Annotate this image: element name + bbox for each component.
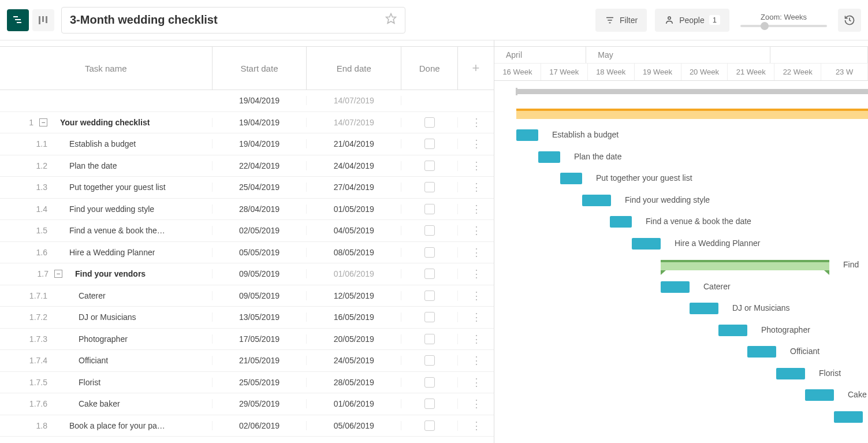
start-date[interactable]: 25/04/2019 — [213, 183, 307, 192]
row-more-button[interactable]: ⋮ — [458, 116, 494, 129]
start-date[interactable]: 25/05/2019 — [213, 378, 307, 387]
end-date[interactable]: 24/05/2019 — [307, 356, 401, 365]
gantt-bar[interactable] — [582, 195, 611, 206]
gantt-bar[interactable] — [661, 281, 690, 293]
end-date[interactable]: 27/04/2019 — [307, 183, 401, 192]
end-date[interactable]: 24/04/2019 — [307, 161, 401, 170]
end-date[interactable]: 04/05/2019 — [307, 226, 401, 235]
done-checkbox[interactable] — [424, 225, 435, 236]
end-date[interactable]: 05/06/2019 — [307, 421, 401, 430]
zoom-control[interactable]: Zoom: Weeks — [737, 13, 830, 27]
done-checkbox[interactable] — [424, 355, 435, 366]
star-icon[interactable] — [385, 13, 397, 27]
add-column-button[interactable]: + — [458, 47, 494, 90]
start-date[interactable]: 17/05/2019 — [213, 334, 307, 344]
gantt-bar[interactable] — [516, 129, 538, 141]
row-more-button[interactable]: ⋮ — [458, 224, 494, 237]
end-date[interactable]: 12/05/2019 — [307, 291, 401, 300]
end-date[interactable]: 14/07/2019 — [307, 118, 401, 127]
row-more-button[interactable]: ⋮ — [458, 159, 494, 172]
start-date[interactable]: 09/05/2019 — [213, 291, 307, 300]
end-date[interactable]: 01/05/2019 — [307, 204, 401, 214]
gantt-bar[interactable] — [834, 411, 863, 423]
start-date[interactable]: 29/05/2019 — [213, 399, 307, 408]
board-view-button[interactable] — [32, 9, 54, 31]
table-row[interactable]: 1.4 Find your wedding style 28/04/2019 0… — [0, 199, 494, 221]
zoom-slider[interactable] — [740, 25, 827, 27]
done-checkbox[interactable] — [424, 269, 435, 279]
table-row[interactable]: 1.1 Establish a budget 19/04/2019 21/04/… — [0, 133, 494, 155]
done-checkbox[interactable] — [424, 161, 435, 171]
done-checkbox[interactable] — [424, 399, 435, 409]
table-row[interactable]: 1.7.3 Photographer 17/05/2019 20/05/2019… — [0, 329, 494, 351]
done-checkbox[interactable] — [424, 420, 435, 431]
start-date[interactable]: 19/04/2019 — [213, 118, 307, 127]
gantt-view-button[interactable] — [7, 9, 29, 31]
start-date[interactable]: 19/04/2019 — [213, 139, 307, 148]
row-more-button[interactable]: ⋮ — [458, 376, 494, 389]
table-row[interactable]: 1.5 Find a venue & book the… 02/05/2019 … — [0, 220, 494, 242]
gantt-bar[interactable] — [560, 173, 582, 184]
start-date[interactable]: 28/04/2019 — [213, 204, 307, 214]
done-checkbox[interactable] — [424, 182, 435, 192]
gantt-bar[interactable] — [776, 368, 805, 379]
done-checkbox[interactable] — [424, 247, 435, 258]
project-title[interactable]: 3-Month wedding checklist — [61, 7, 405, 33]
done-checkbox[interactable] — [424, 312, 435, 322]
row-more-button[interactable]: ⋮ — [458, 181, 494, 193]
gantt-bar[interactable] — [690, 303, 718, 314]
end-date[interactable]: 28/05/2019 — [307, 378, 401, 387]
start-date[interactable]: 09/05/2019 — [213, 269, 307, 278]
end-date[interactable]: 08/05/2019 — [307, 248, 401, 257]
row-more-button[interactable]: ⋮ — [458, 397, 494, 410]
gantt-bar[interactable] — [516, 109, 868, 119]
gantt-bar[interactable] — [805, 389, 834, 401]
done-checkbox[interactable] — [424, 377, 435, 388]
row-more-button[interactable]: ⋮ — [458, 311, 494, 323]
start-date[interactable]: 02/06/2019 — [213, 421, 307, 430]
done-checkbox[interactable] — [424, 334, 435, 344]
gantt-bar[interactable] — [538, 151, 560, 163]
row-more-button[interactable]: ⋮ — [458, 267, 494, 280]
table-row[interactable]: 1.7 − Find your vendors 09/05/2019 01/06… — [0, 263, 494, 285]
end-date[interactable]: 01/06/2019 — [307, 269, 401, 278]
start-date[interactable]: 02/05/2019 — [213, 226, 307, 235]
total-bar[interactable] — [516, 89, 868, 94]
table-row[interactable]: 1.7.5 Florist 25/05/2019 28/05/2019 ⋮ — [0, 372, 494, 394]
row-more-button[interactable]: ⋮ — [458, 354, 494, 367]
done-checkbox[interactable] — [424, 117, 435, 128]
table-row[interactable]: 1.7.1 Caterer 09/05/2019 12/05/2019 ⋮ — [0, 285, 494, 307]
filter-button[interactable]: Filter — [595, 9, 647, 32]
start-date[interactable]: 05/05/2019 — [213, 248, 307, 257]
table-row[interactable]: 1.2 Plan the date 22/04/2019 24/04/2019 … — [0, 155, 494, 177]
gantt-bar[interactable] — [610, 216, 632, 228]
table-row[interactable]: 1.7.2 DJ or Musicians 13/05/2019 16/05/2… — [0, 307, 494, 329]
done-checkbox[interactable] — [424, 204, 435, 214]
start-date[interactable]: 21/05/2019 — [213, 356, 307, 365]
collapse-toggle[interactable]: − — [54, 270, 62, 278]
done-checkbox[interactable] — [424, 139, 435, 149]
end-date[interactable]: 01/06/2019 — [307, 399, 401, 408]
end-date[interactable]: 21/04/2019 — [307, 139, 401, 148]
row-more-button[interactable]: ⋮ — [458, 246, 494, 259]
collapse-toggle[interactable]: − — [39, 118, 47, 126]
start-date[interactable]: 22/04/2019 — [213, 161, 307, 170]
table-row[interactable]: 1.8 Book a place for your pa… 02/06/2019… — [0, 415, 494, 437]
gantt-bar[interactable] — [747, 346, 776, 358]
row-more-button[interactable]: ⋮ — [458, 203, 494, 215]
table-row[interactable]: 1 − Your wedding checklist 19/04/2019 14… — [0, 112, 494, 134]
table-row[interactable]: 1.6 Hire a Wedding Planner 05/05/2019 08… — [0, 242, 494, 264]
history-button[interactable] — [838, 9, 861, 32]
end-date[interactable]: 16/05/2019 — [307, 312, 401, 322]
row-more-button[interactable]: ⋮ — [458, 419, 494, 432]
gantt-bar[interactable] — [661, 260, 829, 270]
table-row[interactable]: 1.3 Put together your guest list 25/04/2… — [0, 177, 494, 199]
table-row[interactable]: 1.7.4 Officiant 21/05/2019 24/05/2019 ⋮ — [0, 350, 494, 372]
people-button[interactable]: People 1 — [655, 9, 729, 32]
done-checkbox[interactable] — [424, 291, 435, 301]
gantt-bar[interactable] — [632, 238, 661, 250]
end-date[interactable]: 20/05/2019 — [307, 334, 401, 344]
gantt-bar[interactable] — [718, 325, 747, 336]
row-more-button[interactable]: ⋮ — [458, 289, 494, 302]
start-date[interactable]: 13/05/2019 — [213, 312, 307, 322]
